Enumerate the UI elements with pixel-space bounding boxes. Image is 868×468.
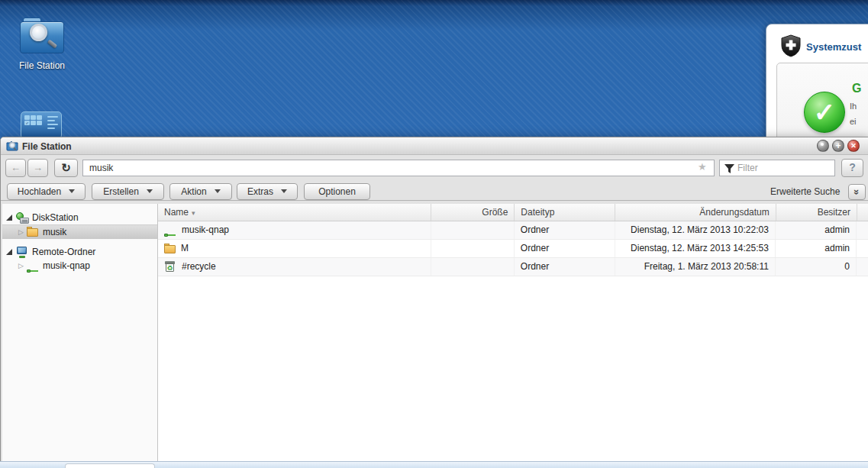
table-row-m[interactable]: M Ordner Dienstag, 12. März 2013 14:25:5… <box>158 240 868 258</box>
forward-arrow-icon: → <box>33 162 43 173</box>
name-cell: ♻ #recycle <box>158 258 431 276</box>
table-row-recycle[interactable]: ♻ #recycle Ordner Freitag, 1. März 2013 … <box>158 258 868 276</box>
chevron-double-down-icon: » <box>850 184 864 200</box>
create-dropdown-button[interactable]: Erstellen <box>92 183 164 200</box>
file-list-area: Name▾ Größe Dateityp Änderungsdatum Besi… <box>158 204 868 468</box>
monitor-screen <box>17 247 27 254</box>
upload-dropdown-button[interactable]: Hochladen <box>7 183 86 200</box>
advanced-search-label: Erweiterte Suche <box>770 186 840 197</box>
refresh-icon: ↻ <box>61 161 71 174</box>
sidebar-item-musik[interactable]: ▷ musik <box>2 224 157 239</box>
owner-cell: admin <box>776 240 857 257</box>
maximize-button[interactable]: + <box>832 140 844 152</box>
name-cell: musik-qnap <box>158 221 431 239</box>
tree-item-label: DiskStation <box>32 212 79 223</box>
navigation-row: ← → ↻ ★ ? <box>1 156 868 181</box>
size-cell <box>431 221 515 239</box>
favorite-star-icon[interactable]: ★ <box>698 162 707 172</box>
dropdown-caret-icon <box>147 189 153 196</box>
forward-button[interactable]: → <box>27 159 48 177</box>
line <box>47 124 58 125</box>
tree-item-label: musik-qnap <box>43 260 90 271</box>
sidebar-item-musik-qnap[interactable]: ▷ musik-qnap <box>2 259 157 273</box>
window-title: File Station <box>22 141 72 152</box>
back-button[interactable]: ← <box>5 159 26 177</box>
tree-collapsed-arrow-icon[interactable]: ▷ <box>18 263 24 270</box>
taskbar-item[interactable] <box>65 463 155 468</box>
green-check-status-icon: ✓ <box>804 92 845 133</box>
file-name: musik-qnap <box>182 221 229 239</box>
close-icon: ✕ <box>850 142 857 150</box>
column-header-dateityp[interactable]: Dateityp <box>515 204 615 221</box>
column-label: Besitzer <box>818 207 850 218</box>
grid-square <box>31 121 36 125</box>
grid-square <box>31 115 36 120</box>
line <box>47 120 55 121</box>
tree-collapsed-arrow-icon[interactable]: ▷ <box>18 229 24 236</box>
line <box>47 116 58 118</box>
system-health-widget: Systemzust ✓ G Ih ei <box>766 24 868 138</box>
sliver-cell <box>857 221 868 239</box>
help-button[interactable]: ? <box>841 159 863 177</box>
sidebar-item-diskstation[interactable]: DiskStation <box>2 211 157 224</box>
folder-icon <box>27 227 40 238</box>
type-cell: Ordner <box>515 258 615 276</box>
health-status-text: G <box>852 82 861 95</box>
window-titlebar[interactable]: File Station + ✕ <box>1 137 868 155</box>
minimize-button[interactable] <box>817 140 829 152</box>
question-mark-icon: ? <box>849 161 856 173</box>
action-dropdown-button[interactable]: Aktion <box>169 183 232 200</box>
desktop-icon-file-station[interactable]: File Station <box>12 21 72 71</box>
shared-folder-icon <box>164 224 177 236</box>
column-header-aenderungsdatum[interactable]: Änderungsdatum <box>615 204 776 221</box>
refresh-button[interactable]: ↻ <box>54 159 78 177</box>
dropdown-caret-icon <box>281 189 287 196</box>
advanced-search-toggle-button[interactable]: » <box>848 184 866 200</box>
desktop-icon-label: File Station <box>12 60 72 71</box>
network-dot <box>164 234 168 237</box>
tree-gap <box>2 239 157 245</box>
column-header-besitzer[interactable]: Besitzer <box>776 204 857 221</box>
grid-square-check: ✓ <box>24 121 30 125</box>
health-widget-header: Systemzust <box>766 24 868 61</box>
button-label: Erstellen <box>103 186 139 197</box>
folder-body <box>27 228 38 237</box>
table-row-musik-qnap[interactable]: musik-qnap Ordner Dienstag, 12. März 201… <box>158 221 868 240</box>
tree-expanded-arrow-icon[interactable] <box>6 215 12 221</box>
extras-dropdown-button[interactable]: Extras <box>237 183 298 200</box>
dropdown-caret-icon <box>215 189 221 196</box>
bin-body: ♻ <box>166 263 174 272</box>
drive-tray <box>20 218 29 224</box>
icon-lines <box>47 115 58 135</box>
filter-box <box>719 160 835 176</box>
folder-icon <box>164 244 176 254</box>
recycle-glyph-icon: ♻ <box>166 264 173 273</box>
line <box>47 127 55 129</box>
column-header-groesse[interactable]: Größe <box>431 204 515 221</box>
shared-folder-icon <box>27 260 40 272</box>
sidebar-item-remote-ordner[interactable]: Remote-Ordner <box>2 245 157 259</box>
tree-item-label: musik <box>43 227 66 237</box>
sort-desc-icon: ▾ <box>192 209 195 217</box>
column-header-name[interactable]: Name▾ <box>158 204 431 221</box>
button-label: Hochladen <box>18 186 61 197</box>
folder-tree-sidebar: DiskStation ▷ musik Remote-Ordner ▷ musi… <box>2 204 158 468</box>
close-button[interactable]: ✕ <box>847 140 860 152</box>
taskbar[interactable] <box>0 461 868 468</box>
desktop: File Station ✓ <box>0 0 868 468</box>
magnifier-lens-icon <box>30 24 47 41</box>
column-label: Änderungsdatum <box>699 207 769 218</box>
shield-cross-icon <box>780 34 802 57</box>
table-header: Name▾ Größe Dateityp Änderungsdatum Besi… <box>158 204 868 221</box>
network-line <box>31 270 38 272</box>
type-cell: Ordner <box>515 240 615 257</box>
tree-expanded-arrow-icon[interactable] <box>6 249 12 255</box>
address-input[interactable] <box>82 160 715 176</box>
minimize-dot <box>821 143 824 146</box>
health-detail-line: ei <box>850 117 857 126</box>
filter-input[interactable] <box>737 161 832 175</box>
window-main-area: DiskStation ▷ musik Remote-Ordner ▷ musi… <box>2 204 868 468</box>
options-button[interactable]: Optionen <box>304 183 370 200</box>
plus-icon: + <box>835 140 841 151</box>
network-line <box>168 234 176 236</box>
